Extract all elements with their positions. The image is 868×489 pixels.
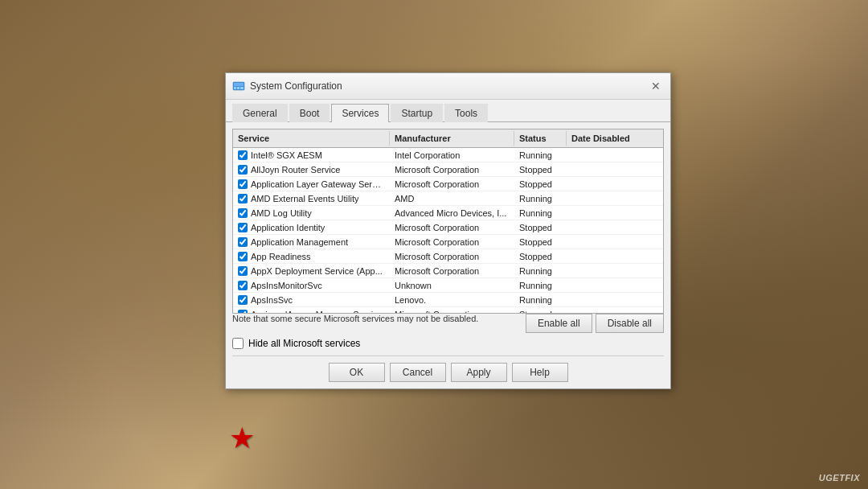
service-cell-11: AssignedAccessManager Service — [233, 307, 390, 313]
table-row: Application Layer Gateway ServiceMicroso… — [233, 177, 663, 191]
hide-ms-checkbox[interactable] — [232, 338, 244, 349]
service-name-label: Application Layer Gateway Service — [251, 179, 385, 189]
date-cell — [567, 293, 663, 306]
table-header: Service Manufacturer Status Date Disable… — [233, 129, 663, 148]
service-checkbox-5[interactable] — [238, 223, 248, 232]
tab-services[interactable]: Services — [331, 104, 389, 122]
title-bar-left: System Configuration — [232, 80, 342, 92]
manufacturer-cell: Microsoft Corporation — [390, 264, 514, 277]
service-name-label: ApsInsMonitorSvc — [251, 281, 322, 290]
manufacturer-cell: Microsoft Corporation — [390, 307, 514, 313]
svg-rect-4 — [240, 87, 244, 89]
status-cell: Running — [514, 206, 567, 220]
date-cell — [567, 235, 663, 249]
service-cell-3: AMD External Events Utility — [233, 191, 390, 205]
status-cell: Stopped — [514, 220, 567, 234]
system-config-window: System Configuration ✕ General Boot Serv… — [225, 72, 671, 389]
service-cell-6: Application Management — [233, 235, 390, 249]
table-body[interactable]: Intel® SGX AESMIntel CorporationRunningA… — [233, 148, 663, 313]
tab-startup[interactable]: Startup — [391, 104, 443, 122]
close-button[interactable]: ✕ — [648, 78, 664, 94]
date-cell — [567, 162, 663, 176]
ok-button[interactable]: OK — [329, 363, 385, 382]
status-cell: Stopped — [514, 307, 567, 313]
svg-rect-3 — [237, 87, 240, 89]
svg-rect-2 — [234, 87, 236, 89]
status-cell: Running — [514, 148, 567, 162]
status-cell: Running — [514, 191, 567, 205]
date-cell — [567, 206, 663, 220]
cancel-button[interactable]: Cancel — [390, 363, 446, 382]
help-button[interactable]: Help — [512, 363, 568, 382]
date-cell — [567, 249, 663, 263]
status-cell: Running — [514, 293, 567, 306]
service-checkbox-0[interactable] — [238, 150, 248, 160]
service-name-label: Application Identity — [251, 223, 325, 232]
service-checkbox-11[interactable] — [238, 310, 248, 314]
apply-button[interactable]: Apply — [451, 363, 507, 382]
service-checkbox-2[interactable] — [238, 179, 248, 189]
enable-disable-row: Note that some secure Microsoft services… — [232, 314, 664, 333]
tab-boot[interactable]: Boot — [289, 104, 330, 122]
date-cell — [567, 264, 663, 277]
tab-tools[interactable]: Tools — [444, 104, 488, 122]
status-cell: Running — [514, 278, 567, 292]
tab-general[interactable]: General — [232, 104, 288, 122]
service-cell-1: AllJoyn Router Service — [233, 162, 390, 176]
service-checkbox-4[interactable] — [238, 208, 248, 218]
table-row: Application ManagementMicrosoft Corporat… — [233, 235, 663, 249]
service-name-label: AssignedAccessManager Service — [251, 310, 383, 314]
disable-all-button[interactable]: Disable all — [596, 314, 664, 333]
date-cell — [567, 307, 663, 313]
table-row: App ReadinessMicrosoft CorporationStoppe… — [233, 249, 663, 264]
status-cell: Stopped — [514, 249, 567, 263]
dialog-buttons: OK Cancel Apply Help — [232, 355, 664, 382]
service-cell-10: ApsInsSvc — [233, 293, 390, 306]
table-row: AllJoyn Router ServiceMicrosoft Corporat… — [233, 162, 663, 177]
manufacturer-cell: Microsoft Corporation — [390, 249, 514, 263]
service-checkbox-3[interactable] — [238, 194, 248, 203]
service-cell-7: App Readiness — [233, 249, 390, 263]
col-status[interactable]: Status — [514, 131, 567, 146]
watermark: UGETFIX — [819, 473, 860, 483]
table-row: Application IdentityMicrosoft Corporatio… — [233, 220, 663, 235]
service-checkbox-10[interactable] — [238, 295, 248, 305]
service-cell-5: Application Identity — [233, 220, 390, 234]
table-row: AssignedAccessManager ServiceMicrosoft C… — [233, 307, 663, 313]
service-name-label: Application Management — [251, 237, 348, 247]
service-cell-0: Intel® SGX AESM — [233, 148, 390, 162]
service-name-label: AllJoyn Router Service — [251, 165, 340, 175]
hide-ms-label: Hide all Microsoft services — [248, 338, 360, 349]
manufacturer-cell: AMD — [390, 191, 514, 205]
window-icon — [232, 80, 245, 92]
table-row: ApsInsMonitorSvcUnknownRunning — [233, 278, 663, 293]
table-row: Intel® SGX AESMIntel CorporationRunning — [233, 148, 663, 162]
col-date[interactable]: Date Disabled — [567, 131, 663, 146]
col-manufacturer[interactable]: Manufacturer — [390, 131, 514, 146]
col-service[interactable]: Service — [233, 131, 390, 146]
service-checkbox-9[interactable] — [238, 281, 248, 290]
tab-content: Service Manufacturer Status Date Disable… — [226, 122, 670, 388]
footer-note: Note that some secure Microsoft services… — [232, 314, 522, 333]
service-checkbox-6[interactable] — [238, 237, 248, 247]
svg-rect-1 — [234, 83, 244, 86]
service-name-label: Intel® SGX AESM — [251, 150, 322, 160]
manufacturer-cell: Microsoft Corporation — [390, 177, 514, 191]
service-checkbox-8[interactable] — [238, 266, 248, 276]
service-name-label: AppX Deployment Service (App... — [251, 266, 383, 276]
status-cell: Running — [514, 264, 567, 277]
manufacturer-cell: Unknown — [390, 278, 514, 292]
manufacturer-cell: Microsoft Corporation — [390, 220, 514, 234]
enable-all-button[interactable]: Enable all — [526, 314, 592, 333]
service-name-label: ApsInsSvc — [251, 295, 293, 305]
service-checkbox-7[interactable] — [238, 252, 248, 261]
manufacturer-cell: Microsoft Corporation — [390, 162, 514, 176]
manufacturer-cell: Intel Corporation — [390, 148, 514, 162]
hide-ms-row: Hide all Microsoft services — [232, 338, 664, 349]
manufacturer-cell: Microsoft Corporation — [390, 235, 514, 249]
service-checkbox-1[interactable] — [238, 165, 248, 175]
service-cell-2: Application Layer Gateway Service — [233, 177, 390, 191]
date-cell — [567, 177, 663, 191]
service-name-label: AMD Log Utility — [251, 208, 312, 218]
status-cell: Stopped — [514, 177, 567, 191]
